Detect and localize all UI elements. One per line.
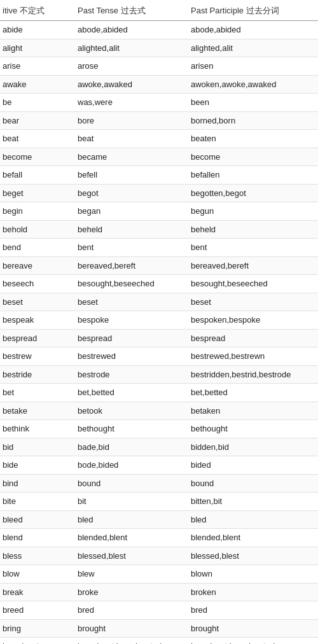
past-tense: bent: [75, 241, 188, 255]
base-form: bid: [0, 440, 75, 454]
past-participle: beheld: [188, 223, 318, 237]
past-participle: alighted,alit: [188, 41, 318, 55]
table-row: betbet,bettedbet,betted: [0, 384, 318, 402]
base-form: beget: [0, 186, 75, 200]
past-tense: begot: [75, 186, 188, 200]
past-tense: befell: [75, 168, 188, 182]
past-participle: abode,abided: [188, 23, 318, 37]
table-row: befallbefellbefallen: [0, 166, 318, 185]
past-participle: beaten: [188, 132, 318, 146]
table-row: beginbeganbegun: [0, 202, 318, 221]
past-tense: bestrewed: [75, 349, 188, 363]
past-tense: besought,beseeched: [75, 277, 188, 291]
table-row: blessblessed,blestblessed,blest: [0, 547, 318, 566]
base-form: betake: [0, 404, 75, 418]
table-row: bespreadbespreadbespread: [0, 330, 318, 348]
base-form: bethink: [0, 422, 75, 436]
base-form: become: [0, 150, 75, 164]
header-col2: Past Tense 过去式: [75, 4, 188, 18]
table-row: bereavebereaved,bereftbereaved,bereft: [0, 257, 318, 276]
past-tense: bestrode: [75, 368, 188, 382]
past-tense: beheld: [75, 223, 188, 237]
table-row: beatbeatbeaten: [0, 130, 318, 148]
base-form: beat: [0, 132, 75, 146]
past-participle: beset: [188, 295, 318, 309]
table-row: becomebecamebecome: [0, 148, 318, 167]
past-participle: blended,blent: [188, 531, 318, 545]
base-form: alight: [0, 41, 75, 55]
base-form: awake: [0, 78, 75, 92]
base-form: begin: [0, 204, 75, 218]
past-tense: arose: [75, 59, 188, 73]
base-form: bite: [0, 494, 75, 508]
past-participle: betaken: [188, 404, 318, 418]
table-row: abideabode,abidedabode,abided: [0, 21, 318, 39]
past-participle: been: [188, 95, 318, 109]
table-row: arisearosearisen: [0, 57, 318, 76]
table-row: bestrewbestrewedbestrewed,bestrewn: [0, 347, 318, 366]
past-tense: blessed,blest: [75, 549, 188, 563]
past-participle: befallen: [188, 168, 318, 182]
past-tense: bound: [75, 477, 188, 491]
base-form: breed: [0, 603, 75, 617]
table-row: bestridebestrodebestridden,bestrid,bestr…: [0, 366, 318, 384]
past-tense: awoke,awaked: [75, 78, 188, 92]
base-form: befall: [0, 168, 75, 182]
past-tense: abode,abided: [75, 23, 188, 37]
table-row: bewas,werebeen: [0, 94, 318, 112]
past-participle: bent: [188, 241, 318, 255]
table-row: broadcastbroadcast,broadcastedbroadcast,…: [0, 638, 318, 644]
past-participle: awoken,awoke,awaked: [188, 78, 318, 92]
past-participle: besought,beseeched: [188, 277, 318, 291]
table-row: betakebetookbetaken: [0, 402, 318, 421]
past-tense: bereaved,bereft: [75, 259, 188, 273]
table-row: bidbade,bidbidden,bid: [0, 438, 318, 457]
past-participle: bespread: [188, 332, 318, 346]
past-participle: blown: [188, 567, 318, 581]
table-row: awakeawoke,awakedawoken,awoke,awaked: [0, 76, 318, 94]
past-participle: bided: [188, 458, 318, 472]
past-tense: brought: [75, 622, 188, 636]
table-row: breedbredbred: [0, 601, 318, 620]
past-participle: begotten,begot: [188, 186, 318, 200]
past-tense: bore: [75, 114, 188, 128]
past-tense: betook: [75, 404, 188, 418]
base-form: broadcast: [0, 640, 75, 644]
past-participle: bet,betted: [188, 386, 318, 400]
base-form: bring: [0, 622, 75, 636]
past-tense: was,were: [75, 95, 188, 109]
base-form: bestride: [0, 368, 75, 382]
table-row: beseechbesought,beseechedbesought,beseec…: [0, 275, 318, 293]
past-tense: bit: [75, 494, 188, 508]
past-tense: bethought: [75, 422, 188, 436]
past-tense: bet,betted: [75, 386, 188, 400]
table-row: bringbroughtbrought: [0, 620, 318, 638]
table-row: bindboundbound: [0, 475, 318, 493]
past-tense: bode,bided: [75, 458, 188, 472]
past-participle: bred: [188, 603, 318, 617]
base-form: bless: [0, 549, 75, 563]
past-participle: bestrewed,bestrewn: [188, 349, 318, 363]
past-participle: borned,born: [188, 114, 318, 128]
past-participle: bidden,bid: [188, 440, 318, 454]
past-participle: bereaved,bereft: [188, 259, 318, 273]
past-tense: broadcast,broadcasted: [75, 640, 188, 644]
past-participle: blessed,blest: [188, 549, 318, 563]
base-form: arise: [0, 59, 75, 73]
base-form: bereave: [0, 259, 75, 273]
base-form: bear: [0, 114, 75, 128]
past-participle: begun: [188, 204, 318, 218]
table-row: bleedbledbled: [0, 511, 318, 529]
table-body: abideabode,abidedabode,abidedalightaligh…: [0, 21, 318, 644]
past-tense: blended,blent: [75, 531, 188, 545]
past-participle: brought: [188, 622, 318, 636]
base-form: bide: [0, 458, 75, 472]
header-col3: Past Participle 过去分词: [188, 4, 318, 18]
past-tense: broke: [75, 585, 188, 599]
past-tense: bespread: [75, 332, 188, 346]
past-tense: beset: [75, 295, 188, 309]
base-form: blow: [0, 567, 75, 581]
table-row: beholdbeheldbeheld: [0, 221, 318, 239]
base-form: behold: [0, 223, 75, 237]
table-row: bidebode,bidedbided: [0, 456, 318, 475]
